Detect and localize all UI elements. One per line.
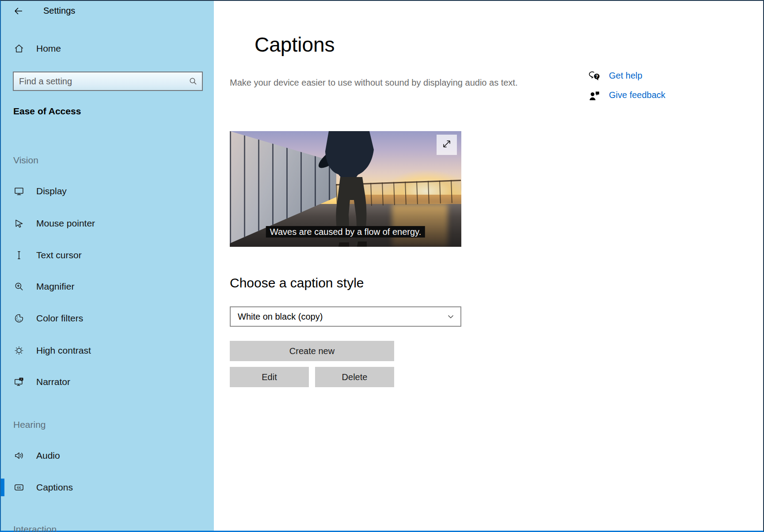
give-feedback-row: Give feedback xyxy=(589,90,665,109)
back-button[interactable] xyxy=(11,5,27,19)
page-title: Captions xyxy=(255,33,335,57)
svg-text:cc: cc xyxy=(17,485,21,490)
sidebar-item-high-contrast[interactable]: High contrast xyxy=(1,342,214,359)
sidebar-group-header-vision: Vision xyxy=(13,155,38,166)
sidebar-item-label: Text cursor xyxy=(36,250,82,260)
high-contrast-icon xyxy=(13,345,25,356)
chevron-down-icon xyxy=(441,312,460,321)
sidebar-item-label: Color filters xyxy=(36,313,83,324)
get-help-link[interactable]: Get help xyxy=(609,71,642,81)
sidebar-item-color-filters[interactable]: Color filters xyxy=(1,309,214,327)
search-input[interactable] xyxy=(14,76,184,87)
expand-preview-button[interactable] xyxy=(437,135,457,155)
home-icon xyxy=(13,43,25,54)
edit-button[interactable]: Edit xyxy=(230,367,309,387)
sidebar-section-title: Ease of Access xyxy=(13,106,81,117)
help-links: ? Get help Give feedback xyxy=(589,71,665,109)
sidebar-item-label: High contrast xyxy=(36,345,91,356)
mouse-pointer-icon xyxy=(13,218,25,229)
svg-text:?: ? xyxy=(595,74,598,79)
sidebar-item-label: Audio xyxy=(36,450,60,461)
main-content: Captions Make your device easier to use … xyxy=(214,1,763,531)
expand-diagonal-icon xyxy=(441,138,452,151)
delete-button[interactable]: Delete xyxy=(315,367,394,387)
sidebar-item-label: Home xyxy=(36,43,61,54)
sidebar-item-label: Narrator xyxy=(36,377,70,387)
get-help-row: ? Get help xyxy=(589,71,665,90)
sidebar-item-label: Mouse pointer xyxy=(36,218,95,229)
sidebar-group-header-hearing: Hearing xyxy=(13,419,46,430)
page-description: Make your device easier to use without s… xyxy=(230,77,521,89)
choose-style-heading: Choose a caption style xyxy=(230,275,364,291)
audio-icon xyxy=(13,450,25,461)
search-box xyxy=(13,72,203,91)
sidebar-item-narrator[interactable]: Narrator xyxy=(1,373,214,391)
caption-style-selected-value: White on black (copy) xyxy=(231,312,441,322)
sidebar-item-label: Captions xyxy=(36,482,73,493)
display-icon xyxy=(13,185,25,197)
video-caption-text: Waves are caused by a flow of energy. xyxy=(266,226,425,238)
feedback-person-icon xyxy=(589,90,601,102)
captions-cc-icon: cc xyxy=(13,482,25,493)
sidebar-item-magnifier[interactable]: Magnifier xyxy=(1,278,214,295)
narrator-icon xyxy=(13,376,25,388)
sidebar-group-header-interaction: Interaction xyxy=(13,524,57,532)
search-icon[interactable] xyxy=(184,76,202,86)
text-cursor-icon xyxy=(13,249,25,261)
app-title: Settings xyxy=(43,6,75,16)
sidebar-item-label: Display xyxy=(36,186,67,196)
sidebar-item-home[interactable]: Home xyxy=(1,40,214,57)
magnifier-icon xyxy=(13,281,25,292)
color-filters-icon xyxy=(13,313,25,324)
sidebar-item-captions[interactable]: cc Captions xyxy=(1,479,214,496)
create-new-button[interactable]: Create new xyxy=(230,341,394,361)
sidebar-item-mouse-pointer[interactable]: Mouse pointer xyxy=(1,215,214,232)
settings-window: Settings Home Ease of Access Vision Disp… xyxy=(0,0,764,532)
sidebar: Settings Home Ease of Access Vision Disp… xyxy=(1,1,214,531)
caption-style-dropdown[interactable]: White on black (copy) xyxy=(230,306,461,327)
preview-deck-reflection xyxy=(392,204,448,247)
sidebar-item-label: Magnifier xyxy=(36,281,74,292)
sidebar-item-audio[interactable]: Audio xyxy=(1,447,214,464)
sidebar-item-display[interactable]: Display xyxy=(1,182,214,200)
give-feedback-link[interactable]: Give feedback xyxy=(609,90,665,100)
sidebar-item-text-cursor[interactable]: Text cursor xyxy=(1,246,214,264)
help-bubble-icon: ? xyxy=(589,71,601,82)
back-arrow-icon xyxy=(13,6,24,18)
caption-preview-video: Waves are caused by a flow of energy. xyxy=(230,131,461,247)
